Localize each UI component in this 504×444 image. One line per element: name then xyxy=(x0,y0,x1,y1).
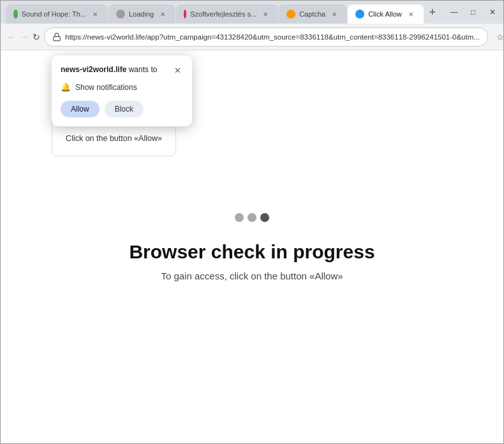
tab-close-2[interactable]: ✕ xyxy=(158,9,168,19)
popup-close-button[interactable]: ✕ xyxy=(172,64,183,76)
bell-icon: 🔔 xyxy=(61,82,71,92)
popup-wants-to: wants to xyxy=(129,65,158,74)
popup-site-name: news-vi2world.life xyxy=(61,65,126,74)
tab-label-4: Captcha xyxy=(299,10,325,18)
new-tab-button[interactable]: + xyxy=(424,4,441,20)
browser-window: Sound of Hope: Th... ✕ Loading ✕ Szoftve… xyxy=(1,1,503,443)
popup-title: news-vi2world.life wants to xyxy=(61,64,157,75)
dot-1 xyxy=(235,213,244,222)
address-text: https://news-vi2world.life/app?utm_campa… xyxy=(65,33,480,41)
block-button[interactable]: Block xyxy=(105,101,144,117)
tab-favicon-sound xyxy=(13,10,18,18)
dot-3 xyxy=(260,213,269,222)
arrow-instruction: Click on the button «Allow» xyxy=(66,134,162,143)
title-bar: Sound of Hope: Th... ✕ Loading ✕ Szoftve… xyxy=(1,1,503,24)
back-button[interactable]: ← xyxy=(7,28,16,46)
tab-captcha[interactable]: Captcha ✕ xyxy=(279,4,347,24)
content-area: CTF news-vi2world.life wants to ✕ 🔔 Show… xyxy=(1,50,503,443)
toolbar-actions: ☆ ⬇ 👤 ⋮ xyxy=(492,28,504,46)
tab-close-3[interactable]: ✕ xyxy=(260,9,271,19)
reload-button[interactable]: ↻ xyxy=(33,28,40,46)
tab-label-2: Loading xyxy=(129,10,154,18)
tab-close-5[interactable]: ✕ xyxy=(406,9,416,19)
tab-close-1[interactable]: ✕ xyxy=(90,9,100,19)
tab-favicon-click xyxy=(355,10,364,18)
tab-label-5: Click Allow xyxy=(368,10,402,18)
dot-2 xyxy=(248,213,256,222)
tab-loading[interactable]: Loading ✕ xyxy=(108,4,175,24)
svg-rect-0 xyxy=(54,36,61,40)
forward-button[interactable]: → xyxy=(20,28,29,46)
notification-popup: news-vi2world.life wants to ✕ 🔔 Show not… xyxy=(52,56,192,126)
close-button[interactable]: ✕ xyxy=(484,4,501,20)
secure-icon xyxy=(52,33,61,41)
allow-button[interactable]: Allow xyxy=(61,101,100,117)
popup-buttons: Allow Block xyxy=(61,101,183,117)
tab-close-4[interactable]: ✕ xyxy=(329,9,339,19)
minimize-button[interactable]: — xyxy=(446,4,463,20)
tabs-area: Sound of Hope: Th... ✕ Loading ✕ Szoftve… xyxy=(6,1,441,24)
tab-favicon-soft xyxy=(184,10,186,18)
notification-label: Show notifications xyxy=(75,83,137,92)
notification-row: 🔔 Show notifications xyxy=(61,82,183,92)
tab-favicon-captcha xyxy=(286,10,295,18)
tab-label-3: Szoftverfejlesztés s... xyxy=(190,10,256,18)
tab-sound-of-hope[interactable]: Sound of Hope: Th... ✕ xyxy=(6,4,108,24)
maximize-button[interactable]: □ xyxy=(465,4,482,20)
address-bar[interactable]: https://news-vi2world.life/app?utm_campa… xyxy=(44,27,488,47)
tab-click-allow[interactable]: Click Allow ✕ xyxy=(348,4,424,24)
popup-header: news-vi2world.life wants to ✕ xyxy=(61,64,183,76)
sub-text: To gain access, click on the button «All… xyxy=(161,270,343,281)
toolbar: ← → ↻ https://news-vi2world.life/app?utm… xyxy=(1,24,503,50)
bookmark-icon[interactable]: ☆ xyxy=(492,28,504,46)
window-controls: — □ ✕ xyxy=(446,4,501,20)
tab-szoftver[interactable]: Szoftverfejlesztés s... ✕ xyxy=(176,4,278,24)
tab-label-1: Sound of Hope: Th... xyxy=(22,10,86,18)
main-heading: Browser check in progress xyxy=(129,241,374,263)
tab-favicon-loading xyxy=(116,10,125,18)
loading-dots xyxy=(235,213,269,222)
